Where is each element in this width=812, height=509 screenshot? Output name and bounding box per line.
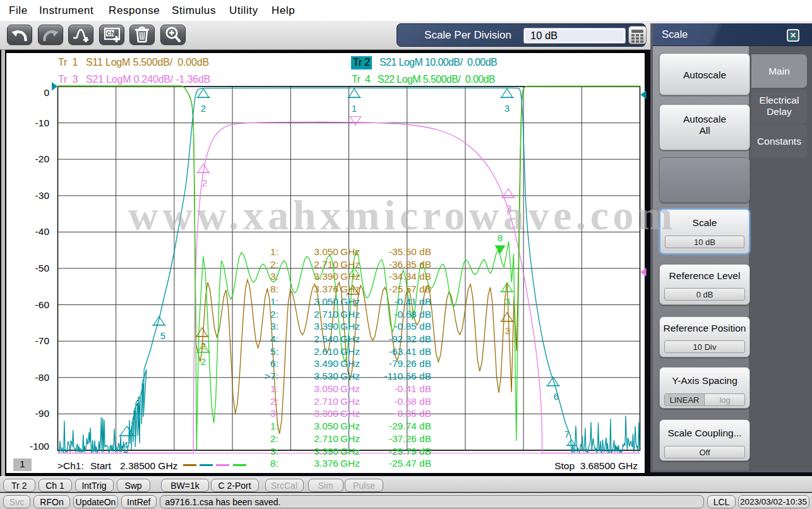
svg-text:Ch: Ch	[107, 30, 114, 37]
